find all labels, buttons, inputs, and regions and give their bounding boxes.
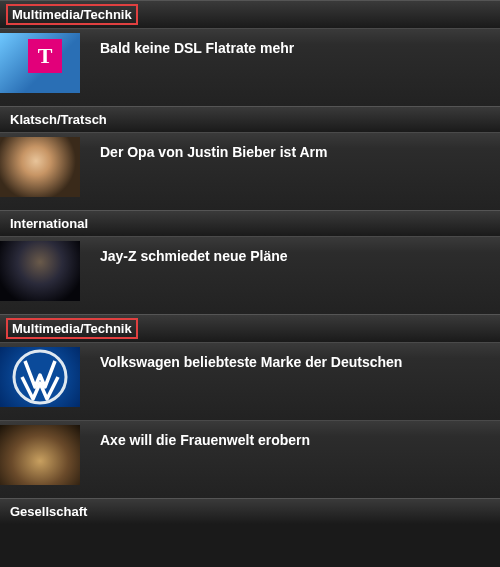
article-headline: Bald keine DSL Flatrate mehr <box>80 29 306 57</box>
highlight-box: Multimedia/Technik <box>6 318 138 339</box>
article-item[interactable]: Bald keine DSL Flatrate mehr <box>0 28 500 106</box>
article-item[interactable]: Axe will die Frauenwelt erobern <box>0 420 500 498</box>
category-label: Klatsch/Tratsch <box>10 112 107 127</box>
highlight-box: Multimedia/Technik <box>6 4 138 25</box>
category-label: Multimedia/Technik <box>12 7 132 22</box>
vw-logo-icon <box>0 347 80 407</box>
article-headline: Axe will die Frauenwelt erobern <box>80 421 322 449</box>
category-header[interactable]: Gesellschaft <box>0 498 500 524</box>
category-label: International <box>10 216 88 231</box>
article-item[interactable]: Jay-Z schmiedet neue Pläne <box>0 236 500 314</box>
article-headline: Jay-Z schmiedet neue Pläne <box>80 237 300 265</box>
category-header[interactable]: International <box>0 210 500 236</box>
article-headline: Der Opa von Justin Bieber ist Arm <box>80 133 339 161</box>
article-thumbnail <box>0 347 80 407</box>
category-header[interactable]: Multimedia/Technik <box>0 0 500 28</box>
category-label: Multimedia/Technik <box>12 321 132 336</box>
article-thumbnail <box>0 425 80 485</box>
article-thumbnail <box>0 137 80 197</box>
article-thumbnail <box>0 33 80 93</box>
article-item[interactable]: Der Opa von Justin Bieber ist Arm <box>0 132 500 210</box>
article-item[interactable]: Volkswagen beliebteste Marke der Deutsch… <box>0 342 500 420</box>
category-header[interactable]: Multimedia/Technik <box>0 314 500 342</box>
article-headline: Volkswagen beliebteste Marke der Deutsch… <box>80 343 414 371</box>
article-thumbnail <box>0 241 80 301</box>
category-label: Gesellschaft <box>10 504 87 519</box>
category-header[interactable]: Klatsch/Tratsch <box>0 106 500 132</box>
